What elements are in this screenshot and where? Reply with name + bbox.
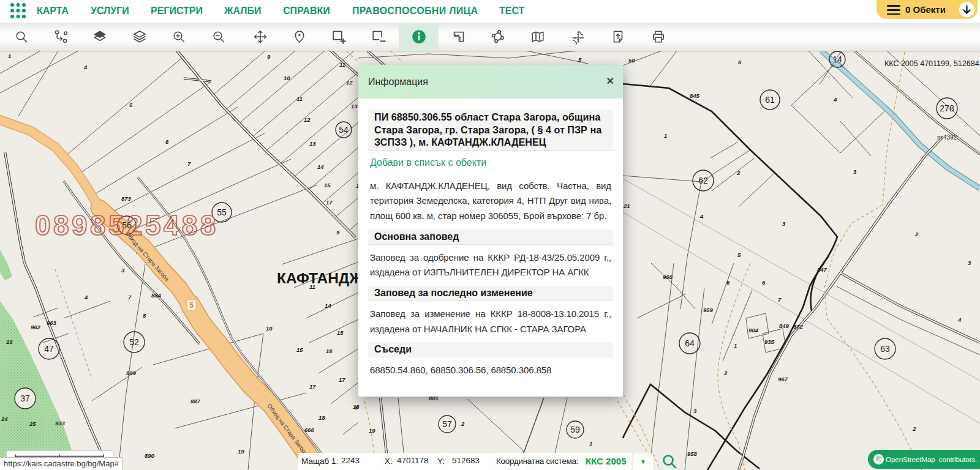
svg-text:25: 25 (29, 420, 36, 427)
svg-text:14: 14 (832, 54, 842, 64)
svg-text:6: 6 (165, 138, 169, 145)
svg-text:пт4392: пт4392 (937, 134, 957, 141)
svg-text:59: 59 (570, 425, 580, 435)
svg-text:7: 7 (128, 294, 132, 300)
svg-text:63: 63 (880, 344, 890, 354)
svg-text:47: 47 (44, 344, 54, 354)
svg-text:62: 62 (698, 176, 708, 185)
svg-text:ККС 2005 4701199, 512684: ККС 2005 4701199, 512684 (884, 59, 979, 68)
svg-text:3: 3 (693, 408, 697, 414)
svg-text:1: 1 (8, 53, 11, 59)
svg-text:3: 3 (853, 168, 857, 175)
svg-text:15: 15 (324, 182, 331, 188)
svg-text:18: 18 (318, 414, 325, 421)
svg-text:849: 849 (779, 323, 790, 329)
svg-text:959: 959 (703, 307, 714, 313)
svg-text:960: 960 (663, 274, 673, 280)
svg-text:890: 890 (145, 452, 155, 459)
svg-text:872: 872 (793, 323, 804, 330)
svg-text:958: 958 (687, 450, 698, 457)
svg-text:847: 847 (817, 266, 827, 273)
svg-text:845: 845 (690, 92, 700, 99)
svg-text:52: 52 (129, 337, 139, 347)
svg-text:1: 1 (664, 132, 667, 139)
svg-text:2: 2 (914, 231, 919, 237)
svg-text:15: 15 (337, 329, 344, 336)
svg-text:64: 64 (685, 338, 695, 348)
svg-text:4: 4 (957, 316, 962, 323)
svg-text:61: 61 (765, 95, 775, 105)
svg-text:666: 666 (304, 427, 315, 433)
svg-text:17: 17 (339, 376, 345, 383)
svg-text:16: 16 (326, 348, 333, 354)
svg-text:11: 11 (296, 95, 303, 102)
svg-text:15: 15 (296, 346, 303, 353)
svg-text:278: 278 (940, 103, 954, 113)
svg-text:7: 7 (187, 160, 191, 167)
svg-text:887: 887 (190, 398, 201, 405)
svg-text:935: 935 (764, 338, 775, 345)
svg-text:17: 17 (309, 383, 316, 390)
svg-text:2: 2 (736, 170, 741, 176)
svg-text:2: 2 (723, 370, 728, 376)
svg-text:4: 4 (699, 213, 704, 220)
svg-text:8: 8 (355, 404, 358, 411)
svg-text:11: 11 (339, 61, 345, 68)
svg-text:904: 904 (748, 327, 759, 334)
svg-text:10: 10 (266, 325, 273, 332)
svg-text:10: 10 (6, 338, 13, 345)
svg-text:0898525488: 0898525488 (35, 209, 219, 241)
svg-text:5: 5 (129, 102, 133, 108)
svg-text:5: 5 (578, 56, 582, 63)
svg-text:3: 3 (121, 267, 125, 274)
svg-text:9: 9 (267, 53, 271, 60)
svg-text:12: 12 (304, 116, 311, 123)
svg-text:2: 2 (912, 425, 916, 432)
svg-text:14: 14 (325, 302, 331, 309)
svg-text:19: 19 (238, 448, 244, 455)
svg-text:963: 963 (47, 319, 57, 326)
svg-text:5: 5 (189, 301, 194, 310)
svg-text:24: 24 (1, 416, 8, 422)
svg-text:1: 1 (589, 440, 592, 447)
svg-text:10: 10 (284, 75, 290, 81)
svg-text:13: 13 (309, 140, 316, 147)
svg-text:9: 9 (336, 229, 340, 236)
svg-text:3: 3 (782, 220, 786, 227)
svg-text:962: 962 (31, 324, 41, 330)
svg-text:12: 12 (346, 79, 353, 86)
svg-text:54: 54 (339, 125, 349, 135)
svg-text:19: 19 (369, 427, 375, 434)
svg-text:6: 6 (762, 279, 766, 286)
svg-text:8: 8 (143, 312, 146, 319)
svg-text:57: 57 (442, 419, 452, 429)
svg-text:2: 2 (461, 420, 465, 427)
svg-text:4: 4 (833, 96, 837, 103)
svg-text:37: 37 (20, 394, 30, 403)
svg-text:50: 50 (628, 57, 635, 64)
svg-text:884: 884 (151, 292, 162, 299)
svg-text:967: 967 (778, 376, 788, 382)
svg-text:14: 14 (317, 163, 324, 170)
svg-text:7: 7 (778, 296, 782, 303)
svg-text:1: 1 (734, 342, 737, 349)
svg-text:17: 17 (326, 199, 333, 206)
svg-text:13: 13 (351, 103, 358, 110)
svg-text:21: 21 (623, 203, 630, 209)
svg-text:933: 933 (55, 420, 66, 427)
svg-text:6: 6 (726, 279, 730, 286)
svg-text:889: 889 (126, 370, 137, 376)
svg-text:6: 6 (738, 59, 742, 65)
svg-text:873: 873 (121, 195, 132, 202)
svg-text:4: 4 (83, 64, 88, 70)
svg-text:3: 3 (968, 259, 971, 266)
svg-text:5: 5 (737, 252, 741, 258)
svg-text:4: 4 (84, 294, 88, 300)
